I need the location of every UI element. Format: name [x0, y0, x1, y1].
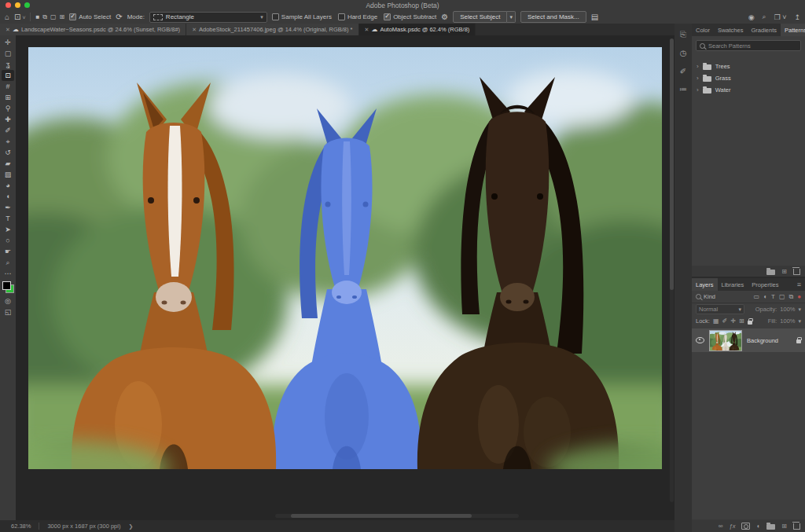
tool-presets-panel-icon[interactable]: ≔ [679, 85, 687, 94]
gear-icon[interactable]: ⚙ [441, 13, 448, 21]
delete-layer-icon[interactable] [793, 523, 800, 530]
new-pattern-icon[interactable]: ⊞ [781, 268, 787, 275]
panel-tab-properties[interactable]: Properties [748, 278, 782, 291]
panel-tab-color[interactable]: Color [692, 24, 714, 36]
link-layers-icon[interactable]: ∞ [719, 523, 723, 530]
horizontal-scrollbar[interactable] [275, 514, 519, 518]
new-group-icon[interactable] [766, 270, 775, 275]
edit-toolbar-more[interactable]: ⋯ [2, 268, 14, 279]
object-selection-tool[interactable]: ⊡ [2, 70, 14, 81]
hand-tool[interactable]: ☛ [2, 246, 14, 257]
crop-tool[interactable]: # [2, 81, 14, 92]
select-subject-caret[interactable]: ▾ [507, 11, 516, 23]
opacity-value[interactable]: 100% [780, 306, 795, 313]
foreground-color-swatch[interactable] [2, 281, 11, 290]
lasso-tool[interactable]: ʓ [2, 59, 14, 70]
panel-menu-icon[interactable]: ≡ [797, 278, 805, 291]
lock-position-icon[interactable]: ✛ [730, 317, 736, 325]
close-tab-icon[interactable]: ✕ [365, 27, 369, 33]
disclosure-triangle-icon[interactable]: › [697, 86, 699, 94]
checkbox-icon[interactable] [69, 13, 76, 20]
horizontal-scrollbar-thumb[interactable] [291, 514, 472, 518]
healing-brush-tool[interactable]: ✚ [2, 114, 14, 125]
frame-tool[interactable]: ⊞ [2, 92, 14, 103]
filter-on-toggle-icon[interactable]: ● [797, 293, 801, 300]
new-selection-icon[interactable]: ■ [35, 13, 39, 21]
disclosure-triangle-icon[interactable]: › [697, 63, 699, 70]
disclosure-triangle-icon[interactable]: › [697, 75, 699, 82]
marquee-tool[interactable]: ▢ [2, 48, 14, 59]
layer-visibility-eye-icon[interactable] [696, 337, 704, 343]
status-options-arrow[interactable]: ❯ [128, 523, 133, 530]
clone-source-panel-icon[interactable]: ⎘ [680, 30, 686, 39]
vertical-scrollbar[interactable] [670, 39, 674, 502]
select-subject-button[interactable]: Select Subject [453, 11, 507, 23]
auto-select-checkbox[interactable]: Auto Select [69, 13, 111, 20]
lock-all-icon[interactable] [748, 321, 752, 325]
gradient-tool[interactable]: ▨ [2, 169, 14, 180]
panel-tab-libraries[interactable]: Libraries [718, 278, 748, 291]
layer-row[interactable]: Background [692, 328, 805, 352]
checkbox-icon[interactable] [338, 13, 345, 20]
select-and-mask-button[interactable]: Select and Mask... [520, 11, 586, 23]
share-icon[interactable]: ↥ [794, 13, 800, 21]
filter-adjustment-layers-icon[interactable]: ◐ [763, 293, 767, 300]
refresh-icon[interactable]: ⟳ [116, 13, 122, 21]
option-checkbox[interactable]: Hard Edge [338, 13, 377, 20]
history-brush-tool[interactable]: ↺ [2, 147, 14, 158]
option-checkbox[interactable]: Sample All Layers [272, 13, 332, 20]
move-tool[interactable]: ✛ [2, 37, 14, 48]
eraser-tool[interactable]: ▰ [2, 158, 14, 169]
filter-pixel-layers-icon[interactable]: ▭ [754, 293, 760, 300]
filter-type-layers-icon[interactable]: T [771, 293, 775, 300]
zoom-tool[interactable]: ⌕ [2, 257, 14, 268]
vertical-scrollbar-thumb[interactable] [670, 39, 674, 290]
quick-mask-tool[interactable]: ◎ [2, 295, 14, 306]
fill-value[interactable]: 100% [780, 317, 795, 325]
add-layer-mask-icon[interactable] [741, 523, 750, 530]
pen-tool[interactable]: ✒ [2, 202, 14, 213]
layer-effects-icon[interactable]: ƒx [730, 523, 736, 530]
option-checkbox[interactable]: Object Subtract [384, 13, 436, 20]
mode-dropdown[interactable]: Rectangle ▾ [149, 12, 267, 23]
home-icon[interactable]: ⌂ [5, 13, 9, 21]
path-selection-tool[interactable]: ➤ [2, 224, 14, 235]
close-tab-icon[interactable]: ✕ [192, 27, 197, 33]
panel-tab-gradients[interactable]: Gradients [747, 24, 781, 36]
lock-transparent-pixels-icon[interactable]: ▦ [713, 317, 719, 325]
canvas-area[interactable] [16, 35, 675, 520]
current-tool-icon[interactable]: ⊡ ˅ [14, 13, 25, 21]
blend-mode-dropdown[interactable]: Normal ▾ [696, 304, 744, 314]
shape-tool[interactable]: ○ [2, 235, 14, 246]
checkbox-icon[interactable] [384, 13, 391, 20]
clone-stamp-tool[interactable]: ⌖ [2, 136, 14, 147]
new-group-icon[interactable] [766, 524, 775, 530]
search-icon[interactable]: ⌕ [763, 13, 766, 21]
brush-tool[interactable]: ✐ [2, 125, 14, 136]
pattern-group-water[interactable]: › Water [692, 84, 805, 96]
panel-tab-layers[interactable]: Layers [692, 278, 718, 291]
panel-toggle-icon[interactable]: ▤ [591, 13, 598, 21]
adjustment-layer-icon[interactable]: ◐ [756, 523, 760, 530]
screen-mode-tool[interactable]: ◱ [2, 306, 14, 317]
zoom-level-field[interactable]: 62.38% [11, 523, 31, 530]
account-icon[interactable]: ◉ [748, 13, 755, 21]
color-swatches[interactable] [2, 281, 14, 293]
layer-thumbnail[interactable] [709, 330, 742, 351]
search-patterns-input[interactable]: Search Patterns [696, 40, 801, 51]
close-tab-icon[interactable]: ✕ [6, 27, 10, 33]
dodge-tool[interactable]: ◖ [2, 191, 14, 202]
filter-kind-dropdown[interactable]: Kind [704, 293, 715, 300]
document-canvas[interactable] [28, 47, 662, 469]
add-to-selection-icon[interactable]: ⧉ [42, 13, 47, 21]
new-layer-icon[interactable]: ⊞ [781, 523, 787, 530]
lock-image-pixels-icon[interactable]: ✐ [722, 317, 728, 325]
brushes-panel-icon[interactable]: ✐ [680, 67, 686, 75]
lock-artboard-icon[interactable]: ⊞ [739, 317, 744, 325]
eyedropper-tool[interactable]: ⚲ [2, 103, 14, 114]
panel-tab-swatches[interactable]: Swatches [714, 24, 748, 36]
pattern-group-grass[interactable]: › Grass [692, 72, 805, 84]
document-tab[interactable]: ✕ ☁ LandscapeWater~Seasons.psdc @ 24.6% … [0, 24, 186, 35]
checkbox-icon[interactable] [272, 13, 279, 20]
document-tab[interactable]: ✕ ☁ AdobeStock_211457406.jpeg @ 14.4% (O… [186, 24, 358, 35]
